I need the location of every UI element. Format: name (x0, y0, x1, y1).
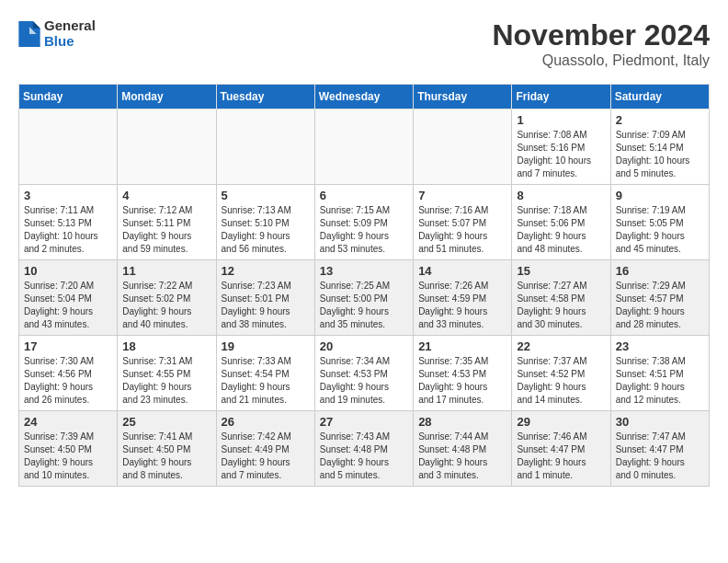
day-info: Sunrise: 7:20 AM Sunset: 5:04 PM Dayligh… (24, 280, 112, 331)
day-number: 12 (222, 264, 310, 278)
day-number: 11 (122, 264, 210, 278)
logo-icon (18, 21, 40, 47)
day-number: 8 (517, 189, 605, 202)
calendar-day-cell: 26Sunrise: 7:42 AM Sunset: 4:49 PM Dayli… (216, 411, 314, 487)
calendar-day-cell: 7Sunrise: 7:16 AM Sunset: 5:07 PM Daylig… (414, 185, 512, 260)
calendar-day-cell: 19Sunrise: 7:33 AM Sunset: 4:54 PM Dayli… (216, 336, 314, 411)
day-number: 23 (616, 339, 704, 353)
calendar-day-cell (414, 109, 512, 185)
weekday-header-tuesday: Tuesday (216, 85, 314, 109)
day-number: 1 (517, 113, 605, 127)
calendar-day-cell: 1Sunrise: 7:08 AM Sunset: 5:16 PM Daylig… (512, 109, 610, 185)
calendar-day-cell: 10Sunrise: 7:20 AM Sunset: 5:04 PM Dayli… (19, 260, 118, 336)
day-info: Sunrise: 7:41 AM Sunset: 4:50 PM Dayligh… (122, 431, 210, 482)
calendar-day-cell: 16Sunrise: 7:29 AM Sunset: 4:57 PM Dayli… (610, 260, 709, 336)
day-number: 25 (122, 415, 210, 429)
day-info: Sunrise: 7:30 AM Sunset: 4:56 PM Dayligh… (24, 355, 112, 407)
day-info: Sunrise: 7:16 AM Sunset: 5:07 PM Dayligh… (418, 204, 506, 256)
weekday-header-row: SundayMondayTuesdayWednesdayThursdayFrid… (19, 85, 710, 109)
calendar-day-cell: 6Sunrise: 7:15 AM Sunset: 5:09 PM Daylig… (314, 185, 413, 260)
page-header: General Blue November 2024 Quassolo, Pie… (18, 18, 710, 69)
calendar-day-cell: 15Sunrise: 7:27 AM Sunset: 4:58 PM Dayli… (512, 260, 610, 336)
calendar-day-cell: 11Sunrise: 7:22 AM Sunset: 5:02 PM Dayli… (118, 260, 216, 336)
day-number: 24 (24, 415, 112, 429)
day-info: Sunrise: 7:22 AM Sunset: 5:02 PM Dayligh… (122, 280, 210, 331)
calendar-day-cell: 18Sunrise: 7:31 AM Sunset: 4:55 PM Dayli… (118, 336, 216, 411)
day-number: 7 (418, 189, 506, 202)
day-info: Sunrise: 7:25 AM Sunset: 5:00 PM Dayligh… (320, 280, 408, 331)
calendar-day-cell: 27Sunrise: 7:43 AM Sunset: 4:48 PM Dayli… (314, 411, 413, 487)
day-number: 29 (517, 415, 605, 429)
day-number: 19 (222, 339, 310, 353)
day-info: Sunrise: 7:11 AM Sunset: 5:13 PM Dayligh… (24, 204, 112, 256)
calendar-day-cell: 5Sunrise: 7:13 AM Sunset: 5:10 PM Daylig… (216, 185, 314, 260)
calendar-day-cell: 17Sunrise: 7:30 AM Sunset: 4:56 PM Dayli… (19, 336, 118, 411)
day-number: 30 (616, 415, 704, 429)
day-number: 9 (616, 189, 704, 202)
calendar-day-cell (19, 109, 118, 185)
day-info: Sunrise: 7:44 AM Sunset: 4:48 PM Dayligh… (418, 431, 506, 482)
calendar-table: SundayMondayTuesdayWednesdayThursdayFrid… (18, 84, 710, 487)
calendar-day-cell: 22Sunrise: 7:37 AM Sunset: 4:52 PM Dayli… (512, 336, 610, 411)
day-number: 28 (418, 415, 506, 429)
calendar-day-cell: 23Sunrise: 7:38 AM Sunset: 4:51 PM Dayli… (610, 336, 709, 411)
day-number: 26 (222, 415, 310, 429)
calendar-day-cell: 13Sunrise: 7:25 AM Sunset: 5:00 PM Dayli… (314, 260, 413, 336)
title-block: November 2024 Quassolo, Piedmont, Italy (492, 18, 710, 69)
day-info: Sunrise: 7:19 AM Sunset: 5:05 PM Dayligh… (616, 204, 704, 256)
day-info: Sunrise: 7:18 AM Sunset: 5:06 PM Dayligh… (517, 204, 605, 256)
day-info: Sunrise: 7:46 AM Sunset: 4:47 PM Dayligh… (517, 431, 605, 482)
calendar-week-row: 1Sunrise: 7:08 AM Sunset: 5:16 PM Daylig… (19, 109, 710, 185)
calendar-week-row: 3Sunrise: 7:11 AM Sunset: 5:13 PM Daylig… (19, 185, 710, 260)
calendar-week-row: 24Sunrise: 7:39 AM Sunset: 4:50 PM Dayli… (19, 411, 710, 487)
day-number: 13 (320, 264, 408, 278)
weekday-header-wednesday: Wednesday (314, 85, 413, 109)
day-number: 3 (24, 189, 112, 202)
day-number: 22 (517, 339, 605, 353)
day-number: 4 (122, 189, 210, 202)
calendar-day-cell: 21Sunrise: 7:35 AM Sunset: 4:53 PM Dayli… (414, 336, 512, 411)
logo-text: General Blue (44, 18, 96, 49)
day-number: 14 (418, 264, 506, 278)
day-number: 2 (616, 113, 704, 127)
day-number: 5 (222, 189, 310, 202)
day-info: Sunrise: 7:27 AM Sunset: 4:58 PM Dayligh… (517, 280, 605, 331)
day-info: Sunrise: 7:26 AM Sunset: 4:59 PM Dayligh… (418, 280, 506, 331)
day-info: Sunrise: 7:08 AM Sunset: 5:16 PM Dayligh… (517, 129, 605, 180)
calendar-day-cell: 2Sunrise: 7:09 AM Sunset: 5:14 PM Daylig… (610, 109, 709, 185)
day-number: 20 (320, 339, 408, 353)
svg-marker-1 (33, 21, 40, 29)
calendar-day-cell: 14Sunrise: 7:26 AM Sunset: 4:59 PM Dayli… (414, 260, 512, 336)
day-info: Sunrise: 7:43 AM Sunset: 4:48 PM Dayligh… (320, 431, 408, 482)
calendar-day-cell: 25Sunrise: 7:41 AM Sunset: 4:50 PM Dayli… (118, 411, 216, 487)
weekday-header-monday: Monday (118, 85, 216, 109)
day-info: Sunrise: 7:33 AM Sunset: 4:54 PM Dayligh… (222, 355, 310, 407)
day-info: Sunrise: 7:34 AM Sunset: 4:53 PM Dayligh… (320, 355, 408, 407)
day-info: Sunrise: 7:15 AM Sunset: 5:09 PM Dayligh… (320, 204, 408, 256)
day-info: Sunrise: 7:37 AM Sunset: 4:52 PM Dayligh… (517, 355, 605, 407)
calendar-day-cell: 30Sunrise: 7:47 AM Sunset: 4:47 PM Dayli… (610, 411, 709, 487)
day-number: 15 (517, 264, 605, 278)
calendar-day-cell: 4Sunrise: 7:12 AM Sunset: 5:11 PM Daylig… (118, 185, 216, 260)
day-info: Sunrise: 7:35 AM Sunset: 4:53 PM Dayligh… (418, 355, 506, 407)
calendar-day-cell: 29Sunrise: 7:46 AM Sunset: 4:47 PM Dayli… (512, 411, 610, 487)
day-number: 27 (320, 415, 408, 429)
day-info: Sunrise: 7:23 AM Sunset: 5:01 PM Dayligh… (222, 280, 310, 331)
calendar-day-cell: 28Sunrise: 7:44 AM Sunset: 4:48 PM Dayli… (414, 411, 512, 487)
month-title: November 2024 (492, 18, 710, 52)
day-number: 10 (24, 264, 112, 278)
calendar-day-cell: 24Sunrise: 7:39 AM Sunset: 4:50 PM Dayli… (19, 411, 118, 487)
day-info: Sunrise: 7:09 AM Sunset: 5:14 PM Dayligh… (616, 129, 704, 180)
day-info: Sunrise: 7:12 AM Sunset: 5:11 PM Dayligh… (122, 204, 210, 256)
day-info: Sunrise: 7:47 AM Sunset: 4:47 PM Dayligh… (616, 431, 704, 482)
calendar-day-cell: 9Sunrise: 7:19 AM Sunset: 5:05 PM Daylig… (610, 185, 709, 260)
day-info: Sunrise: 7:29 AM Sunset: 4:57 PM Dayligh… (616, 280, 704, 331)
day-info: Sunrise: 7:31 AM Sunset: 4:55 PM Dayligh… (122, 355, 210, 407)
logo-blue-label: Blue (44, 34, 96, 50)
logo-general-label: General (44, 18, 96, 34)
calendar-day-cell (216, 109, 314, 185)
day-info: Sunrise: 7:39 AM Sunset: 4:50 PM Dayligh… (24, 431, 112, 482)
day-number: 17 (24, 339, 112, 353)
day-info: Sunrise: 7:38 AM Sunset: 4:51 PM Dayligh… (616, 355, 704, 407)
weekday-header-saturday: Saturday (610, 85, 709, 109)
